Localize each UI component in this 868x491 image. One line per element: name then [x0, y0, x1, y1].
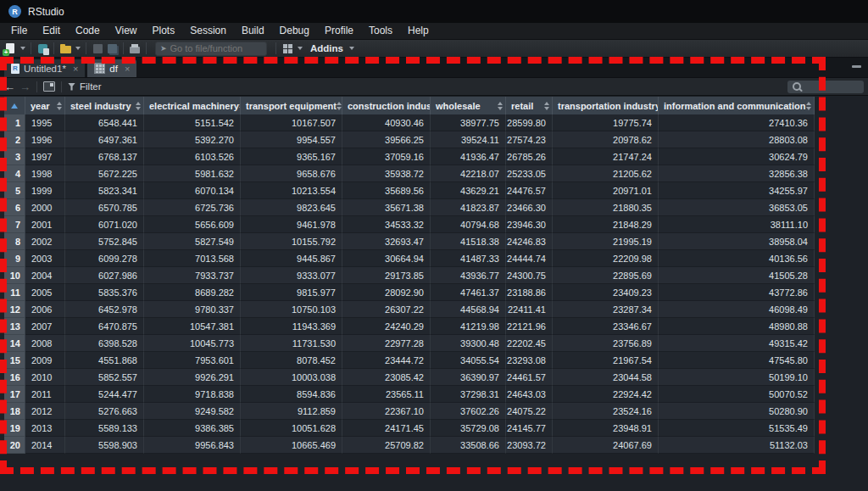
menu-item-debug[interactable]: Debug [272, 23, 317, 39]
sort-toggle-icon[interactable] [806, 102, 811, 110]
cell: 27574.23 [506, 131, 553, 148]
goto-file-function-input[interactable] [170, 43, 262, 53]
workspace-panes-dropdown-icon[interactable] [298, 47, 303, 50]
table-row: 119956548.4415151.54210167.50740930.4638… [4, 114, 868, 131]
menu-item-build[interactable]: Build [234, 23, 272, 39]
cell: 40794.68 [431, 216, 506, 233]
cell: 37602.26 [431, 403, 506, 420]
column-header-steel-industry[interactable]: steel industry [65, 97, 144, 114]
cell: 24067.69 [553, 437, 659, 454]
cell: 23524.16 [553, 403, 659, 420]
corner-sort-header[interactable] [4, 97, 25, 114]
save-all-icon[interactable] [106, 43, 118, 54]
menu-item-tools[interactable]: Tools [361, 23, 400, 39]
cell: 25233.05 [506, 165, 553, 182]
cell: 9249.582 [144, 403, 241, 420]
menu-item-profile[interactable]: Profile [317, 23, 361, 39]
table-row: 1020046027.9867933.7379333.07729173.8543… [4, 267, 868, 284]
row-number: 1 [4, 114, 25, 131]
cell: 2008 [25, 335, 65, 352]
sort-toggle-icon[interactable] [136, 102, 141, 110]
table-row: 1620105852.5579926.29110003.03823085.423… [4, 369, 868, 386]
addins-dropdown-icon[interactable] [349, 47, 354, 50]
cell: 23409.23 [553, 284, 659, 301]
tab-label: Untitled1* [24, 64, 66, 74]
new-project-icon[interactable] [36, 43, 48, 54]
column-header-retail[interactable]: retail [506, 97, 553, 114]
column-header-wholesale[interactable]: wholesale [431, 97, 506, 114]
cell: 50280.90 [659, 403, 815, 420]
sort-toggle-icon[interactable] [498, 102, 503, 110]
open-file-dropdown-icon[interactable] [75, 47, 81, 50]
new-file-dropdown-icon[interactable] [20, 47, 25, 50]
column-header-electrical-machinery[interactable]: electrical machinery [144, 97, 241, 114]
cell: 25709.82 [342, 437, 431, 454]
column-label: information and communication [664, 101, 805, 111]
cell: 6099.278 [65, 250, 144, 267]
cell: 6570.785 [65, 199, 144, 216]
table-row: 1820125276.6639249.5829112.85922367.1037… [4, 403, 868, 420]
cell: 5589.133 [65, 420, 144, 437]
cell: 19775.74 [553, 114, 659, 131]
column-header-year[interactable]: year [25, 97, 65, 114]
cell: 6027.986 [65, 267, 144, 284]
cell: 10547.381 [144, 318, 241, 335]
back-arrow-icon[interactable]: ← [4, 81, 15, 92]
cell: 24461.57 [506, 369, 553, 386]
cell: 51535.49 [659, 420, 815, 437]
column-header-transport-equipment[interactable]: transport equipment [241, 97, 342, 114]
cell: 46098.49 [659, 301, 815, 318]
cell: 42218.07 [431, 165, 506, 182]
table-row: 920036099.2787013.5689445.86730664.94414… [4, 250, 868, 267]
column-header-construction-industry[interactable]: construction industry [342, 97, 431, 114]
close-icon[interactable]: × [73, 64, 78, 74]
forward-arrow-icon[interactable]: → [19, 81, 31, 92]
cell: 5656.609 [144, 216, 241, 233]
tab-untitled1[interactable]: Untitled1*× [4, 59, 85, 77]
cell: 9815.977 [241, 284, 342, 301]
sort-toggle-icon[interactable] [544, 102, 549, 110]
cell: 6070.134 [144, 182, 241, 199]
menu-item-view[interactable]: View [108, 23, 145, 39]
cell: 20971.01 [553, 182, 659, 199]
row-number: 4 [4, 165, 25, 182]
workspace-panes-icon[interactable] [281, 43, 293, 54]
cell: 7953.601 [144, 352, 241, 369]
menu-item-session[interactable]: Session [182, 23, 234, 39]
new-file-icon[interactable]: + [4, 43, 16, 54]
editor-tabbar: Untitled1*×df× [0, 58, 868, 77]
print-icon[interactable] [129, 43, 141, 54]
cell: 5598.903 [65, 437, 144, 454]
cell: 47461.37 [431, 284, 506, 301]
menu-item-help[interactable]: Help [400, 23, 437, 39]
open-file-icon[interactable] [59, 43, 71, 54]
cell: 22121.96 [506, 318, 553, 335]
sort-toggle-icon[interactable] [57, 102, 62, 110]
column-header-transportation-industry[interactable]: transportation industry [553, 97, 659, 114]
cell: 38111.10 [659, 216, 815, 233]
cell: 32856.38 [659, 165, 815, 182]
filter-button[interactable]: Filter [68, 81, 102, 92]
addins-button[interactable]: Addins [310, 43, 343, 53]
goto-file-function-box[interactable]: ➤ [155, 42, 267, 56]
sort-toggle-icon[interactable] [337, 102, 342, 110]
toolbar-separator [123, 42, 124, 54]
cell: 10665.469 [241, 437, 342, 454]
save-icon[interactable] [92, 43, 103, 54]
cell: 22895.69 [553, 267, 659, 284]
cell: 44568.94 [431, 301, 506, 318]
table-row: 820025752.8455827.54910155.79232693.4741… [4, 233, 868, 250]
tab-df[interactable]: df× [87, 59, 136, 77]
menu-item-plots[interactable]: Plots [145, 23, 183, 39]
cell: 35938.72 [342, 165, 431, 182]
menu-item-code[interactable]: Code [68, 23, 108, 39]
open-in-new-window-icon[interactable] [43, 81, 55, 92]
minimize-pane-icon[interactable] [852, 65, 861, 68]
column-label: transportation industry [558, 101, 659, 111]
table-search-box[interactable] [787, 81, 864, 93]
cell: 6398.528 [65, 335, 144, 352]
menu-item-edit[interactable]: Edit [35, 23, 68, 39]
menu-item-file[interactable]: File [3, 23, 35, 39]
column-header-information-and-communication[interactable]: information and communication [659, 97, 815, 114]
close-icon[interactable]: × [125, 64, 130, 74]
